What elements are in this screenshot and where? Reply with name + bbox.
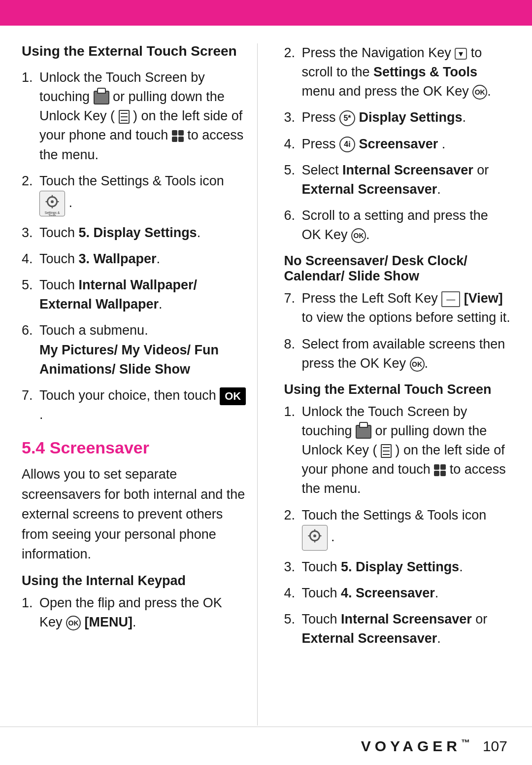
list-item: 7. Touch your choice, then touch OK . — [22, 386, 248, 424]
list-content: Touch Internal Screensaver or External S… — [302, 610, 511, 648]
list-item: 6. Touch a submenu. My Pictures/ My Vide… — [22, 321, 248, 379]
list-item: 1. Open the flip and press the OK Key OK… — [22, 593, 248, 632]
list-num: 7. — [22, 386, 39, 424]
list-num: 6. — [22, 321, 39, 379]
ok-key-icon: OK — [410, 357, 425, 372]
item-bold: External Screensaver — [302, 631, 437, 646]
item-bold: Internal Screensaver — [341, 612, 472, 626]
unlock-key-icon — [381, 444, 392, 458]
key-5-icon: 5* — [339, 110, 355, 126]
list-content: Select Internal Screensaver or External … — [302, 161, 511, 199]
list-num: 2. — [284, 43, 302, 101]
nav-key-icon: ▾ — [455, 48, 467, 60]
list-item: 2. Touch the Settings & Tools icon — [284, 506, 511, 551]
list-item: 1. Unlock the Touch Screen by touching o… — [284, 402, 511, 499]
list-item: 3. Touch 5. Display Settings. — [22, 223, 248, 243]
footer: VOYAGER™ 107 — [0, 727, 532, 765]
footer-page-number: 107 — [483, 738, 507, 755]
item-bold: Internal Wallpaper/External Wallpaper — [39, 278, 197, 312]
list-item: 3. Press 5* Display Settings. — [284, 108, 511, 127]
list-num: 4. — [284, 584, 302, 603]
item-bold: External Screensaver — [302, 182, 437, 197]
list-item: 2. Touch the Settings & Tools icon Setti… — [22, 172, 248, 216]
list-item: 4. Press 4i Screensaver . — [284, 135, 511, 154]
list-num: 3. — [284, 557, 302, 577]
left-list-1: 1. Unlock the Touch Screen by touching o… — [22, 68, 248, 424]
list-num: 8. — [284, 335, 302, 373]
trademark: ™ — [461, 738, 474, 748]
menu-dots-icon — [172, 130, 184, 142]
footer-brand: VOYAGER™ — [361, 738, 474, 755]
item-bold: Screensaver — [359, 137, 438, 151]
ok-key-icon: OK — [66, 616, 81, 630]
svg-point-9 — [313, 534, 316, 537]
list-item: 6. Scroll to a setting and press the OK … — [284, 206, 511, 244]
list-content: Touch the Settings & Tools icon Settings… — [39, 172, 248, 216]
top-bar — [0, 0, 532, 26]
list-item: 8. Select from available screens then pr… — [284, 335, 511, 373]
settings-tools-icon: Settings & Tools — [39, 191, 65, 216]
list-content: Open the flip and press the OK Key OK [M… — [39, 593, 248, 632]
list-content: Unlock the Touch Screen by touching or p… — [302, 402, 511, 499]
left-column: Using the External Touch Screen 1. Unloc… — [22, 43, 258, 726]
section-54-heading: 5.4 Screensaver — [22, 438, 248, 457]
list-num: 5. — [284, 161, 302, 199]
list-num: 5. — [284, 610, 302, 648]
list-num: 1. — [284, 402, 302, 499]
unlock-key-icon — [119, 110, 130, 124]
list-num: 5. — [22, 276, 39, 314]
svg-text:Tools: Tools — [48, 214, 56, 216]
view-bold: [View] — [464, 291, 503, 306]
list-item: 5. Select Internal Screensaver or Extern… — [284, 161, 511, 199]
list-content: Touch 5. Display Settings. — [302, 557, 511, 577]
menu-dots-icon — [434, 464, 446, 476]
list-content: Touch Internal Wallpaper/External Wallpa… — [39, 276, 248, 314]
item-bold: Settings & Tools — [373, 65, 477, 79]
right-column: 2. Press the Navigation Key ▾ to scroll … — [275, 43, 511, 726]
list-num: 2. — [284, 506, 302, 551]
settings-tools-icon — [302, 525, 328, 551]
right-list-3: 1. Unlock the Touch Screen by touching o… — [284, 402, 511, 648]
item-bold: Display Settings — [359, 110, 463, 125]
list-item: 7. Press the Left Soft Key — [View] to v… — [284, 289, 511, 327]
item-bold: Internal Screensaver — [342, 163, 473, 177]
left-soft-key-icon: — — [441, 291, 460, 307]
list-item: 4. Touch 3. Wallpaper. — [22, 249, 248, 269]
left-list-2: 1. Open the flip and press the OK Key OK… — [22, 593, 248, 632]
lock-icon — [94, 91, 109, 104]
right-external-touch-heading: Using the External Touch Screen — [284, 382, 511, 397]
list-item: 4. Touch 4. Screensaver. — [284, 584, 511, 603]
ok-key-icon: OK — [472, 85, 487, 100]
ok-button-icon: OK — [220, 387, 246, 405]
list-num: 2. — [22, 172, 39, 216]
list-num: 4. — [284, 135, 302, 154]
item-bold: 5. Display Settings — [341, 559, 459, 574]
list-item: 5. Touch Internal Wallpaper/External Wal… — [22, 276, 248, 314]
item-bold: [MENU] — [85, 615, 133, 629]
item-bold: 5. Display Settings — [79, 225, 197, 240]
list-item: 3. Touch 5. Display Settings. — [284, 557, 511, 577]
list-num: 7. — [284, 289, 302, 327]
right-list-1: 2. Press the Navigation Key ▾ to scroll … — [284, 43, 511, 244]
list-content: Unlock the Touch Screen by touching or p… — [39, 68, 248, 165]
list-num: 3. — [22, 223, 39, 243]
list-item: 1. Unlock the Touch Screen by touching o… — [22, 68, 248, 165]
ok-key-icon: OK — [351, 228, 366, 243]
brand-text: VOYAGER — [361, 738, 461, 754]
list-content: Touch 3. Wallpaper. — [39, 249, 248, 269]
list-content: Touch your choice, then touch OK . — [39, 386, 248, 424]
list-item: 5. Touch Internal Screensaver or Externa… — [284, 610, 511, 648]
item-bold: My Pictures/ My Videos/ Fun Animations/ … — [39, 343, 219, 377]
list-num: 6. — [284, 206, 302, 244]
main-content: Using the External Touch Screen 1. Unloc… — [0, 26, 532, 726]
lock-icon — [356, 425, 371, 439]
list-content: Scroll to a setting and press the OK Key… — [302, 206, 511, 244]
item-bold: 4. Screensaver — [341, 586, 435, 600]
list-content: Touch 4. Screensaver. — [302, 584, 511, 603]
list-num: 1. — [22, 593, 39, 632]
list-content: Touch a submenu. My Pictures/ My Videos/… — [39, 321, 248, 379]
list-content: Press the Navigation Key ▾ to scroll to … — [302, 43, 511, 101]
list-item: 2. Press the Navigation Key ▾ to scroll … — [284, 43, 511, 101]
item-bold: 3. Wallpaper — [79, 251, 157, 266]
svg-point-1 — [51, 200, 54, 203]
